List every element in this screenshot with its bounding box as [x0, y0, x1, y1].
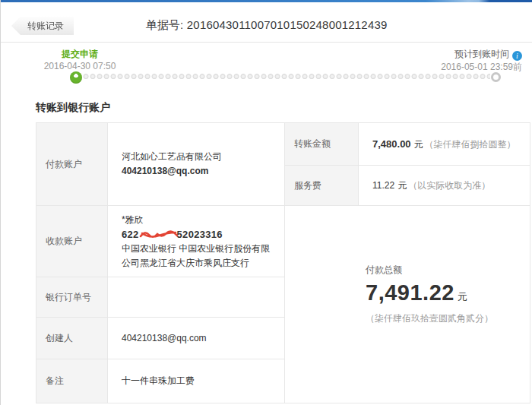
transfer-amount-caps: （柒仟肆佰捌拾圆整）	[425, 139, 516, 150]
payer-company: 河北如心工艺品有限公司	[122, 150, 277, 164]
bank-order-label: 银行订单号	[36, 277, 108, 318]
remark-value: 十一件串珠加工费	[108, 359, 284, 403]
transfer-detail-table: 付款账户 河北如心工艺品有限公司 404210138@qq.com 收款账户 *…	[36, 122, 530, 403]
payee-label: 收款账户	[36, 206, 108, 277]
service-fee-unit: 元	[397, 180, 407, 191]
transfer-amount-unit: 元	[414, 139, 423, 150]
transfer-amount-label: 转账金额	[285, 123, 359, 166]
transfer-detail-page: 转账记录 单据号: 201604301100701015024800121243…	[0, 0, 532, 405]
timeline: 提交申请 2016-04-30 07:50 预计到账时间i 2016-05-01…	[1, 43, 532, 91]
payer-account: 404210138@qq.com	[122, 164, 277, 179]
total-amount-label: 付款总额	[366, 264, 530, 277]
timeline-start: 提交申请 2016-04-30 07:50	[37, 49, 122, 72]
creator-label: 创建人	[36, 318, 108, 359]
transfer-amount-value: 7,480.00元（柒仟肆佰捌拾圆整）	[359, 123, 530, 166]
total-amount-unit: 元	[458, 291, 467, 302]
total-amount-number: 7,491.22	[366, 280, 454, 305]
service-fee-number: 11.22	[372, 180, 394, 191]
document-number-value: 2016043011007010150248001212439	[187, 18, 388, 31]
service-fee-value: 11.22元（以实际收取为准）	[359, 166, 530, 206]
header: 转账记录 单据号: 201604301100701015024800121243…	[1, 2, 532, 43]
total-amount-block: 付款总额 7,491.22元 （柒仟肆佰玖拾壹圆贰角贰分）	[285, 206, 530, 403]
document-number-label: 单据号:	[145, 18, 186, 31]
card-prefix: 622	[122, 229, 139, 240]
timeline-dotted-line	[83, 73, 490, 81]
timeline-end: 预计到账时间i 2016-05-01 23:59前	[441, 49, 522, 73]
redaction-scribble-icon	[139, 229, 180, 239]
timeline-end-title: 预计到账时间i	[441, 49, 522, 61]
payee-value: *雅欣 62252023316 中国农业银行 中国农业银行股份有限公司黑龙江省大…	[108, 206, 284, 277]
timeline-end-title-text: 预计到账时间	[454, 49, 509, 59]
service-fee-label: 服务费	[285, 166, 359, 206]
service-fee-note: （以实际收取为准）	[408, 180, 490, 191]
bank-order-value	[108, 277, 284, 318]
card-suffix: 52023316	[177, 229, 223, 240]
timeline-end-dot-icon	[491, 72, 501, 82]
detail-table-right: 转账金额 7,480.00元（柒仟肆佰捌拾圆整） 服务费 11.22元（以实际收…	[285, 123, 530, 403]
creator-value: 404210138@qq.com	[108, 318, 284, 359]
transfer-amount-number: 7,480.00	[372, 138, 411, 150]
total-amount-caps: （柒仟肆佰玖拾壹圆贰角贰分）	[366, 312, 530, 325]
section-title: 转账到银行账户	[36, 101, 532, 115]
info-icon[interactable]: i	[512, 51, 522, 61]
total-amount-value: 7,491.22元	[366, 281, 530, 308]
timeline-start-dot-icon	[70, 71, 82, 84]
timeline-track	[70, 71, 501, 84]
remark-label: 备注	[36, 359, 108, 403]
back-button[interactable]: 转账记录	[11, 17, 74, 35]
payer-value: 河北如心工艺品有限公司 404210138@qq.com	[108, 123, 284, 206]
payer-label: 付款账户	[36, 123, 108, 206]
detail-table-left: 付款账户 河北如心工艺品有限公司 404210138@qq.com 收款账户 *…	[36, 123, 285, 403]
payee-card-number: 62252023316	[122, 227, 277, 242]
document-number: 单据号: 2016043011007010150248001212439	[1, 2, 532, 33]
timeline-start-title: 提交申请	[37, 49, 122, 60]
payee-bank: 中国农业银行 中国农业银行股份有限公司黑龙江省大庆市乘风庄支行	[122, 242, 277, 271]
payee-name: *雅欣	[122, 213, 277, 227]
